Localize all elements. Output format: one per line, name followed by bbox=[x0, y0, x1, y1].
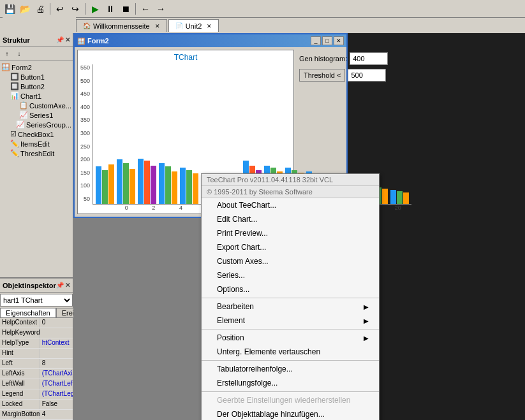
prop-row[interactable]: LeftAxis(TChartAxis) bbox=[0, 369, 73, 379]
prop-table: HelpContext0HelpKeywordHelpTypehtContext… bbox=[0, 318, 73, 420]
ctx-menu-item[interactable]: Export Chart... bbox=[202, 240, 379, 254]
ctx-menu-item[interactable]: Series... bbox=[202, 268, 379, 282]
prop-row[interactable]: HelpContext0 bbox=[0, 318, 73, 328]
tree-item-icon: 🪟 bbox=[1, 63, 10, 71]
tree-item-icon: 🔲 bbox=[10, 73, 19, 81]
prop-row[interactable]: Left8 bbox=[0, 359, 73, 369]
ctx-menu-item[interactable]: Edit Chart... bbox=[202, 212, 379, 226]
prop-name-cell: LeftAxis bbox=[0, 369, 40, 379]
bar bbox=[159, 163, 165, 204]
prop-value-cell bbox=[40, 328, 73, 338]
ctx-menu-item[interactable]: Der Objekttablage hinzufügen... bbox=[202, 407, 379, 420]
tab-welcome-close[interactable]: ✕ bbox=[155, 23, 160, 29]
ctx-submenu-item[interactable]: Bearbeiten▶ bbox=[202, 300, 379, 314]
bar bbox=[138, 159, 144, 205]
struct-tree-item[interactable]: 📈Series1 bbox=[0, 110, 73, 120]
tree-item-icon: 📊 bbox=[10, 92, 19, 100]
prop-row[interactable]: HelpTypehtContext bbox=[0, 338, 73, 349]
struct-down-btn[interactable]: ↓ bbox=[13, 48, 25, 60]
toolbar-btn-3[interactable]: 🖨 bbox=[33, 2, 47, 16]
form2-title: Form2 bbox=[87, 37, 109, 45]
struct-up-btn[interactable]: ↑ bbox=[1, 48, 13, 60]
prop-row[interactable]: Hint bbox=[0, 349, 73, 359]
struct-panel-header: Struktur 📌 ✕ bbox=[0, 33, 73, 47]
toolbar-btn-2[interactable]: 📂 bbox=[18, 2, 32, 16]
toolbar-btn-redo[interactable]: ↪ bbox=[68, 2, 82, 16]
ctx-item-label: Der Objekttablage hinzufügen... bbox=[217, 410, 325, 419]
ctx-item-label: Unterg. Elemente vertauschen bbox=[217, 347, 320, 356]
prop-row[interactable]: LeftWall(TChartLeftWall) bbox=[0, 379, 73, 389]
tab-unit2-close[interactable]: ✕ bbox=[207, 23, 212, 29]
form2-minimize-btn[interactable]: _ bbox=[311, 36, 321, 45]
chart-y-label: 50 bbox=[80, 196, 90, 202]
gen-histogram-input[interactable] bbox=[350, 52, 388, 65]
ctx-item-label: Erstellungsfolge... bbox=[217, 379, 277, 387]
pin-icon[interactable]: 📌 bbox=[56, 36, 64, 43]
struct-tree-item[interactable]: 🔲Button2 bbox=[0, 82, 73, 91]
ctx-submenu-item[interactable]: Element▶ bbox=[202, 314, 379, 328]
tab-welcome[interactable]: 🏠 Willkommensseite ✕ bbox=[76, 19, 167, 32]
ctx-menu-item[interactable]: About TeeChart... bbox=[202, 198, 379, 212]
chart-y-label: 550 bbox=[80, 64, 90, 71]
tree-item-label: ItemsEdit bbox=[20, 140, 50, 148]
toolbar-btn-run[interactable]: ▶ bbox=[88, 2, 102, 16]
struct-tree-item[interactable]: 🔲Button1 bbox=[0, 72, 73, 82]
prop-name-cell: Locked bbox=[0, 400, 40, 409]
struct-toolbar: ↑ ↓ bbox=[0, 47, 73, 61]
ctx-menu-item[interactable]: Print Preview... bbox=[202, 226, 379, 240]
close-obj-btn[interactable]: ✕ bbox=[65, 282, 70, 289]
tree-item-label: CustomAxe... bbox=[29, 102, 71, 110]
ctx-item-label: Options... bbox=[217, 285, 249, 294]
tree-item-label: Series1 bbox=[29, 112, 53, 119]
obj-tab-properties[interactable]: Eigenschaften bbox=[0, 308, 56, 317]
struct-tree-item[interactable]: ✏️ThreshEdit bbox=[0, 148, 73, 158]
tab-welcome-icon: 🏠 bbox=[83, 22, 91, 29]
struct-tree-item[interactable]: 📈SeriesGroup... bbox=[0, 120, 73, 129]
main-layout: Struktur 📌 ✕ ↑ ↓ 🪟Form2🔲Button1🔲Button2📊… bbox=[0, 33, 525, 420]
prop-row[interactable]: LockedFalse bbox=[0, 400, 73, 410]
toolbar-btn-1[interactable]: 💾 bbox=[3, 2, 17, 16]
toolbar-btn-undo[interactable]: ↩ bbox=[53, 2, 67, 16]
prop-value-cell bbox=[40, 349, 73, 358]
obj-select[interactable]: hart1 TChart bbox=[0, 294, 73, 307]
ctx-item-label: About TeeChart... bbox=[217, 201, 276, 210]
bar bbox=[144, 161, 150, 204]
toolbar-btn-stop[interactable]: ⏹ bbox=[119, 2, 133, 16]
ctx-submenu-arrow: ▶ bbox=[364, 335, 369, 342]
tab-bar: 🏠 Willkommensseite ✕ 📄 Unit2 ✕ bbox=[0, 18, 525, 33]
chart-y-label: 300 bbox=[80, 130, 90, 136]
prop-name-cell: Legend bbox=[0, 389, 40, 399]
ctx-menu-item[interactable]: Tabulatorreihenfolge... bbox=[202, 362, 379, 376]
bar bbox=[390, 190, 396, 204]
toolbar-btn-pause[interactable]: ⏸ bbox=[103, 2, 117, 16]
pin-obj-icon[interactable]: 📌 bbox=[56, 282, 64, 289]
tree-item-icon: 📈 bbox=[16, 120, 25, 129]
tab-unit2[interactable]: 📄 Unit2 ✕ bbox=[168, 19, 219, 32]
struct-tree-item[interactable]: 📋CustomAxe... bbox=[0, 101, 73, 110]
toolbar-btn-fwd[interactable]: → bbox=[154, 2, 168, 16]
struct-tree-item[interactable]: 📊Chart1 bbox=[0, 91, 73, 101]
prop-row[interactable]: MarginBottom4 bbox=[0, 410, 73, 420]
form2-close-btn[interactable]: ✕ bbox=[334, 36, 344, 45]
form2-maximize-btn[interactable]: □ bbox=[322, 36, 332, 45]
prop-name-cell: HelpKeyword bbox=[0, 328, 40, 338]
bar bbox=[96, 166, 101, 204]
ctx-submenu-item[interactable]: Position▶ bbox=[202, 331, 379, 345]
struct-tree-item[interactable]: ✏️ItemsEdit bbox=[0, 139, 73, 148]
tree-item-icon: ☑ bbox=[10, 130, 17, 138]
prop-value-cell: htContext bbox=[40, 338, 73, 348]
bar bbox=[403, 192, 409, 204]
ctx-menu-item[interactable]: Custom Axes... bbox=[202, 254, 379, 268]
prop-name-cell: LeftWall bbox=[0, 379, 40, 389]
prop-row[interactable]: Legend(TChartLegend) bbox=[0, 389, 73, 400]
close-struct-btn[interactable]: ✕ bbox=[65, 36, 70, 43]
main-toolbar: 💾 📂 🖨 ↩ ↪ ▶ ⏸ ⏹ ← → bbox=[0, 0, 525, 18]
ctx-menu-item[interactable]: Unterg. Elemente vertauschen bbox=[202, 345, 379, 359]
ctx-menu-item[interactable]: Erstellungsfolge... bbox=[202, 376, 379, 390]
ctx-menu-item[interactable]: Options... bbox=[202, 282, 379, 296]
context-menu: TeeChart Pro v2011.04.41118 32bit VCL © … bbox=[201, 173, 380, 420]
struct-tree-item[interactable]: ☑CheckBox1 bbox=[0, 129, 73, 139]
struct-tree-item[interactable]: 🪟Form2 bbox=[0, 62, 73, 72]
prop-row[interactable]: HelpKeyword bbox=[0, 328, 73, 338]
toolbar-btn-back[interactable]: ← bbox=[138, 2, 152, 16]
